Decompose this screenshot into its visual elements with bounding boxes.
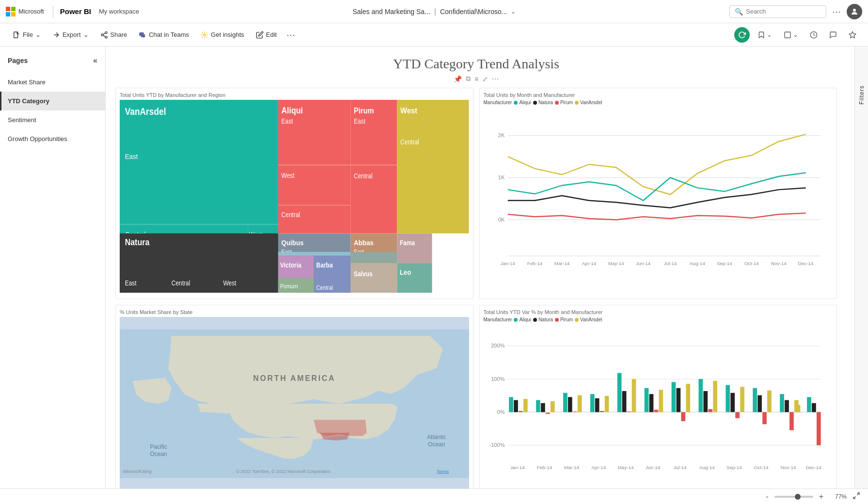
treemap-title: Total Units YTD by Manufacturer and Regi…: [120, 92, 469, 98]
refresh-button[interactable]: [734, 27, 750, 43]
share-button[interactable]: Share: [95, 28, 132, 42]
svg-text:Mar-14: Mar-14: [554, 261, 569, 266]
nav-confidential: Confidential\Microso...: [440, 8, 507, 16]
svg-text:Jul-14: Jul-14: [663, 261, 677, 266]
favorite-button[interactable]: [845, 29, 860, 41]
bar-chart-container[interactable]: 200% 100% 0% -100%: [484, 323, 833, 489]
svg-text:East: East: [125, 279, 137, 287]
format-icon[interactable]: ≡: [474, 75, 478, 83]
more-options-icon[interactable]: ⋯: [832, 6, 841, 17]
edit-button[interactable]: Edit: [251, 28, 282, 42]
svg-rect-50: [397, 234, 432, 263]
svg-rect-128: [649, 394, 653, 412]
pin-icon[interactable]: 📌: [454, 75, 462, 83]
svg-text:Central: Central: [172, 279, 190, 287]
export-button[interactable]: Export ⌄: [47, 28, 94, 42]
sidebar-item-ytd-category[interactable]: YTD Category: [0, 92, 105, 110]
line-chart-title: Total Units by Month and Manufacturer: [484, 92, 833, 98]
schedule-button[interactable]: [806, 29, 821, 41]
copy-icon[interactable]: ⧉: [466, 75, 471, 83]
svg-text:East: East: [282, 117, 293, 125]
svg-text:Leo: Leo: [400, 268, 411, 276]
sidebar-item-growth-opportunities[interactable]: Growth Opportunities: [0, 129, 105, 148]
svg-rect-153: [816, 412, 821, 445]
nav-separator: |: [434, 7, 436, 16]
zoom-minus[interactable]: -: [766, 492, 768, 501]
sidebar-item-sentiment[interactable]: Sentiment: [0, 110, 105, 129]
svg-rect-129: [654, 410, 658, 412]
svg-text:Jul-14: Jul-14: [673, 465, 687, 470]
nav-chevron-icon[interactable]: ⌄: [511, 8, 516, 15]
bottom-bar: - + 77%: [0, 488, 868, 504]
more-toolbar-icon[interactable]: ⋯: [284, 28, 298, 42]
fullscreen-icon[interactable]: [852, 492, 860, 501]
svg-text:Victoria: Victoria: [280, 261, 302, 269]
svg-text:Jun-14: Jun-14: [636, 261, 651, 266]
line-chart-container[interactable]: 2K 1K 0K Jan-14 Feb-14 Mar-14 Apr-14 May…: [484, 106, 833, 291]
ms-logo-text: Microsoft: [18, 8, 44, 15]
svg-rect-125: [627, 411, 631, 412]
svg-rect-130: [659, 390, 663, 412]
svg-text:Barba: Barba: [316, 261, 333, 269]
bar-chart-panel: Total Units YTD Var % by Month and Manuf…: [479, 305, 837, 497]
expand-icon[interactable]: ⤢: [482, 75, 488, 83]
map-container[interactable]: NORTH AMERICA Pacific Ocean Atlantic Oce…: [120, 317, 469, 490]
svg-text:Pomum: Pomum: [280, 283, 298, 289]
zoom-plus[interactable]: +: [819, 492, 823, 501]
sidebar-collapse-button[interactable]: «: [93, 56, 97, 65]
svg-text:NORTH AMERICA: NORTH AMERICA: [253, 374, 335, 382]
svg-text:Oct-14: Oct-14: [744, 261, 758, 266]
svg-text:Central: Central: [400, 138, 419, 146]
svg-rect-52: [397, 263, 432, 293]
svg-text:Jan-14: Jan-14: [510, 465, 525, 470]
svg-rect-116: [568, 397, 572, 412]
svg-text:Apr-14: Apr-14: [582, 261, 596, 266]
svg-rect-138: [713, 381, 717, 412]
svg-text:100%: 100%: [490, 376, 505, 382]
svg-text:0K: 0K: [498, 217, 505, 222]
treemap-container[interactable]: VanArsdel East Central West East Central…: [120, 100, 469, 293]
svg-rect-137: [708, 409, 712, 412]
filters-panel[interactable]: Filters: [854, 47, 868, 504]
svg-text:May-14: May-14: [608, 261, 624, 266]
svg-point-8: [204, 34, 205, 36]
sidebar-item-market-share[interactable]: Market Share: [0, 73, 105, 92]
ms-logo: Microsoft: [6, 7, 44, 16]
chat-in-teams-button[interactable]: Chat in Teams: [134, 28, 194, 42]
svg-rect-110: [523, 399, 527, 412]
file-button[interactable]: File ⌄: [8, 28, 46, 42]
bookmark-button[interactable]: ⌄: [754, 29, 776, 41]
svg-point-0: [853, 9, 856, 12]
svg-text:Aug-14: Aug-14: [699, 465, 714, 470]
search-input[interactable]: [746, 8, 814, 15]
more-options-chart-icon[interactable]: ⋯: [492, 75, 499, 83]
svg-rect-131: [671, 382, 676, 412]
content-area: YTD Category Trend Analysis 📌 ⧉ ≡ ⤢ ⋯ To…: [106, 47, 868, 504]
svg-rect-127: [644, 388, 648, 412]
svg-text:Microsoft Bing: Microsoft Bing: [123, 469, 152, 474]
report-area: YTD Category Trend Analysis 📌 ⧉ ≡ ⤢ ⋯ To…: [106, 47, 854, 504]
zoom-slider[interactable]: [774, 496, 813, 498]
avatar[interactable]: [847, 4, 862, 19]
svg-rect-142: [740, 387, 744, 412]
svg-marker-11: [849, 32, 855, 38]
svg-rect-108: [514, 400, 518, 412]
get-insights-button[interactable]: Get insights: [196, 28, 249, 42]
svg-line-167: [857, 493, 859, 495]
view-button[interactable]: ⌄: [780, 29, 802, 41]
svg-rect-109: [519, 411, 523, 412]
sidebar: Pages « Market Share YTD Category Sentim…: [0, 47, 106, 504]
comment-button[interactable]: [825, 29, 841, 41]
svg-rect-30: [278, 205, 350, 233]
svg-rect-9: [785, 32, 790, 38]
sidebar-header: Pages «: [0, 52, 105, 73]
svg-rect-113: [545, 413, 550, 414]
svg-text:Quibus: Quibus: [282, 238, 304, 247]
svg-rect-152: [812, 403, 816, 412]
svg-text:Aliqui: Aliqui: [282, 105, 303, 115]
svg-text:Natura: Natura: [125, 237, 150, 247]
bar-chart-legend-header: Manufacturer Aliqui Natura Pirum VanArsd…: [484, 317, 833, 322]
zoom-slider-thumb[interactable]: [795, 494, 801, 500]
search-box[interactable]: 🔍: [729, 5, 826, 18]
svg-rect-132: [676, 388, 680, 412]
